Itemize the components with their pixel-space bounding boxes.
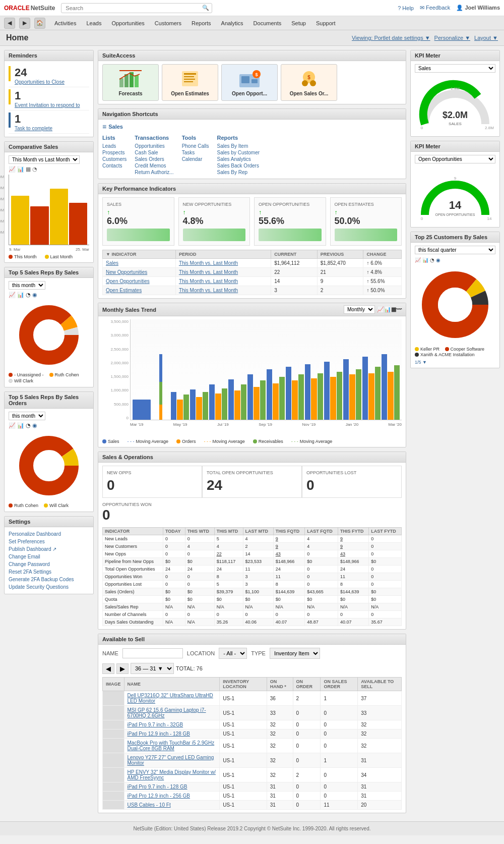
- rep-chart-line-icon[interactable]: 📈: [9, 292, 16, 298]
- search-input[interactable]: [61, 3, 212, 13]
- kpi-sales-period-link[interactable]: This Month vs. Last Month: [179, 260, 238, 266]
- reminder-label-3[interactable]: Task to complete: [15, 126, 52, 131]
- settings-personalize-dashboard[interactable]: Personalize Dashboard: [9, 530, 89, 538]
- ats-name-link-3[interactable]: iPad Pro 12.9 inch - 128 GB: [128, 731, 191, 737]
- kpi-open-est-period-link[interactable]: This Month vs. Last Month: [179, 288, 238, 293]
- nav-setup[interactable]: Setup: [286, 16, 311, 30]
- reminder-label-2[interactable]: Event Invitation to respond to: [15, 102, 80, 108]
- chart-bar-icon[interactable]: 📊: [17, 166, 24, 173]
- kpi-sales-link[interactable]: Sales: [106, 260, 118, 266]
- ats-name-link-6[interactable]: HP ENVY 32" Media Display Monitor w/ AMD…: [128, 769, 216, 780]
- nav-opportunities-link[interactable]: Opportunities: [135, 143, 173, 149]
- orders-chart-pie-icon[interactable]: ◔: [26, 422, 31, 429]
- top25-period-select[interactable]: this fiscal quarter: [415, 246, 495, 254]
- nav-sales-by-item-link[interactable]: Sales By Item: [217, 143, 260, 149]
- home-button[interactable]: 🏠: [34, 18, 45, 29]
- settings-generate-2fa[interactable]: Generate 2FA Backup Codes: [9, 576, 89, 583]
- ats-location-select[interactable]: - All -: [219, 648, 247, 659]
- nav-sales-by-customer-link[interactable]: Sales by Customer: [217, 149, 260, 156]
- suite-tile-sales-orders[interactable]: $ Open Sales Or...: [281, 64, 337, 101]
- kpi-open-opps-link[interactable]: Open Opportunities: [106, 278, 150, 284]
- top5-reps-period-select[interactable]: this month: [9, 281, 45, 290]
- ats-name-link-2[interactable]: iPad Pro 9.7 inch - 32GB: [128, 722, 183, 727]
- nav-customers[interactable]: Customers: [150, 16, 186, 30]
- kpi-open-est-link[interactable]: Open Estimates: [106, 288, 142, 293]
- orders-chart-extra-icon[interactable]: ◉: [32, 422, 37, 429]
- ats-name-input[interactable]: [122, 648, 183, 658]
- top25-chart-pie-icon[interactable]: ◔: [430, 257, 434, 263]
- nav-phone-calls-link[interactable]: Phone Calls: [182, 143, 209, 149]
- ats-next-btn[interactable]: ▶: [116, 663, 129, 674]
- nav-contacts-link[interactable]: Contacts: [102, 162, 127, 169]
- ats-type-select[interactable]: Inventory Item: [270, 648, 320, 659]
- top25-chart-line-icon[interactable]: 📈: [415, 257, 421, 263]
- personalize-link[interactable]: Personalize ▼: [434, 35, 470, 41]
- nav-sales-back-orders-link[interactable]: Sales Back Orders: [217, 162, 260, 169]
- settings-change-email[interactable]: Change Email: [9, 553, 89, 560]
- forward-button[interactable]: ▶: [19, 18, 30, 29]
- chart-pie-icon[interactable]: ◔: [32, 166, 37, 173]
- suite-tile-forecasts[interactable]: Forecasts: [102, 64, 159, 101]
- suite-tile-estimates[interactable]: Open Estimates: [162, 64, 218, 101]
- trend-period-select[interactable]: Monthly: [344, 305, 375, 314]
- kpi-new-opps-link[interactable]: New Opportunities: [106, 269, 147, 275]
- ats-range-select[interactable]: 36 — 31 ▼: [131, 663, 174, 674]
- settings-change-password[interactable]: Change Password: [9, 560, 89, 568]
- back-button[interactable]: ◀: [4, 18, 15, 29]
- layout-link[interactable]: Layout ▼: [474, 35, 498, 41]
- settings-reset-2fa[interactable]: Reset 2FA Settings: [9, 568, 89, 576]
- ats-name-link-1[interactable]: MSI GP 62 15.6 Gaming Laptop i7-6700HQ 2…: [128, 707, 206, 718]
- orders-chart-line-icon[interactable]: 📈: [9, 422, 16, 429]
- feedback-link[interactable]: ✉ Feedback: [420, 5, 450, 11]
- nav-credit-memos-link[interactable]: Credit Memos: [135, 162, 173, 169]
- portlet-date-settings[interactable]: Viewing: Portlet date settings ▼: [352, 35, 430, 41]
- nav-prospects-link[interactable]: Prospects: [102, 149, 127, 156]
- ats-name-link-5[interactable]: Lenovo Y27F 27" Curved LED Gaming Monito…: [128, 755, 214, 766]
- settings-set-preferences[interactable]: Set Preferences: [9, 538, 89, 545]
- nav-sales-analytics-link[interactable]: Sales Analytics: [217, 156, 260, 162]
- rep-chart-bar-icon[interactable]: 📊: [17, 292, 24, 298]
- ats-name-link-4[interactable]: MacBook Pro with TouchBar i5 2.9GHz Dual…: [128, 740, 215, 751]
- nav-sales-by-rep-link[interactable]: Sales By Rep: [217, 169, 260, 176]
- suite-tile-opportunities[interactable]: $ Open Opport...: [221, 64, 278, 101]
- kpi-new-opps-period-link[interactable]: This Month vs. Last Month: [179, 269, 238, 275]
- ats-prev-btn[interactable]: ◀: [102, 663, 114, 674]
- kpi-open-opps-period-link[interactable]: This Month vs. Last Month: [179, 278, 238, 284]
- settings-update-security[interactable]: Update Security Questions: [9, 583, 89, 591]
- chart-line-icon[interactable]: 📈: [9, 166, 16, 173]
- nav-support[interactable]: Support: [311, 16, 341, 30]
- nav-documents[interactable]: Documents: [248, 16, 287, 30]
- nav-customers-link[interactable]: Customers: [102, 156, 127, 162]
- nav-leads-link[interactable]: Leads: [102, 143, 127, 149]
- nav-analytics[interactable]: Analytics: [216, 16, 248, 30]
- top5-orders-period-select[interactable]: this month: [9, 412, 45, 420]
- orders-chart-bar-icon[interactable]: 📊: [17, 422, 24, 429]
- nav-opportunities[interactable]: Opportunities: [106, 16, 149, 30]
- ats-name-link-0[interactable]: Dell UP3216Q 32" UltraSharp UltraHD LED …: [128, 693, 213, 704]
- rep-chart-extra-icon[interactable]: ◉: [32, 292, 37, 298]
- kpi-new-opps-value: 4.8%: [183, 216, 246, 227]
- ats-name-link-9[interactable]: USB Cables - 10 Ft: [128, 802, 171, 808]
- top25-chart-bar-icon[interactable]: 📊: [422, 257, 428, 263]
- ats-name-link-7[interactable]: iPad Pro 9.7 inch - 128 GB: [128, 784, 187, 790]
- nav-leads[interactable]: Leads: [81, 16, 106, 30]
- kpi-opps-select[interactable]: Open Opportunities: [415, 155, 495, 163]
- top25-pagination[interactable]: 1/5 ▼: [415, 360, 495, 365]
- kpi-sales-select[interactable]: Sales: [415, 64, 495, 73]
- chart-area-icon[interactable]: ▦: [26, 166, 31, 173]
- nav-calendar-link[interactable]: Calendar: [182, 156, 209, 162]
- help-link[interactable]: ? Help: [398, 5, 414, 11]
- nav-cash-sale-link[interactable]: Cash Sale: [135, 149, 173, 156]
- nav-tasks-link[interactable]: Tasks: [182, 149, 209, 156]
- nav-return-auth-link[interactable]: Return Authoriz...: [135, 169, 173, 176]
- search-icon[interactable]: 🔍: [202, 5, 209, 11]
- nav-reports[interactable]: Reports: [186, 16, 216, 30]
- ats-name-link-8[interactable]: iPad Pro 12.9 inch - 256 GB: [128, 793, 191, 799]
- nav-sales-orders-link[interactable]: Sales Orders: [135, 156, 173, 162]
- rep-chart-pie-icon[interactable]: ◔: [26, 292, 31, 298]
- reminder-label-1[interactable]: Opportunities to Close: [15, 79, 65, 85]
- comp-sales-period-select[interactable]: This Month vs Last Month: [9, 155, 80, 164]
- top25-chart-extra-icon[interactable]: ◉: [436, 257, 440, 263]
- nav-activities[interactable]: Activities: [49, 16, 81, 30]
- settings-publish-dashboard[interactable]: Publish Dashboard ↗: [9, 545, 89, 553]
